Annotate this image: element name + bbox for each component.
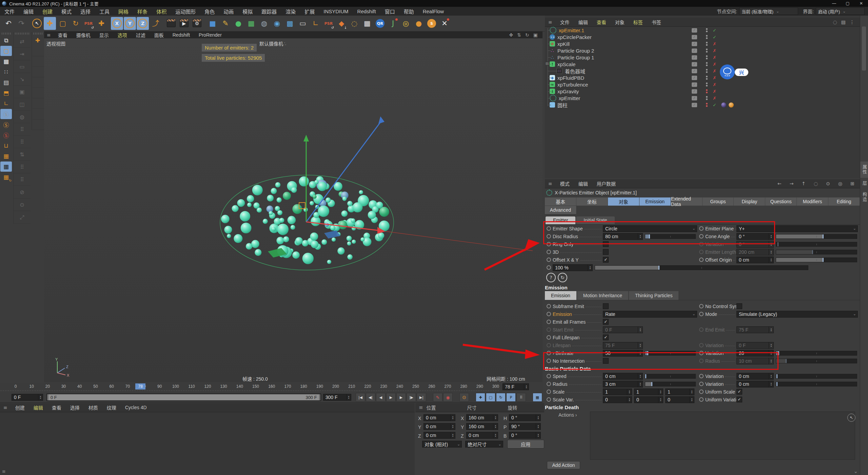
last-tool-icon[interactable]: ✚ bbox=[95, 17, 107, 30]
value-field[interactable]: 0▴▾ bbox=[665, 396, 694, 403]
am-menu-item-用户数据[interactable]: 用户数据 bbox=[592, 180, 620, 187]
animation-knob[interactable] bbox=[699, 250, 704, 254]
value-field[interactable]: 0 cm▴▾ bbox=[423, 432, 455, 439]
object-name[interactable]: Particle Group 1 bbox=[557, 55, 594, 60]
sphere-dim-icon[interactable]: ◍ bbox=[14, 111, 31, 123]
enabled-toggle[interactable]: ✓ bbox=[713, 35, 716, 40]
om-menu-item-文件[interactable]: 文件 bbox=[556, 19, 574, 25]
search-icon[interactable]: ◌ bbox=[833, 19, 837, 25]
lock-icon[interactable]: ⊙ bbox=[826, 181, 830, 186]
value-field[interactable]: 1▴▾ bbox=[603, 388, 632, 395]
maximize-button[interactable]: ▢ bbox=[841, 0, 854, 7]
range-start-field[interactable]: 0 F▴▾ bbox=[12, 394, 43, 401]
make-editable-icon[interactable]: ⧉ bbox=[0, 35, 12, 45]
dots-c-icon[interactable]: ⠿ bbox=[14, 161, 31, 173]
visibility-dots[interactable] bbox=[706, 55, 708, 59]
floor-icon[interactable]: ▭ bbox=[297, 17, 309, 30]
value-field[interactable]: 0 °▴▾ bbox=[509, 432, 541, 439]
enable-axis-icon[interactable]: ∟ bbox=[0, 98, 12, 109]
phong-tag-icon[interactable] bbox=[729, 102, 734, 108]
tab-Emission[interactable]: Emission bbox=[639, 197, 671, 206]
up-icon[interactable]: ↑ bbox=[802, 181, 806, 186]
mat-menu-item-选择[interactable]: 选择 bbox=[66, 404, 84, 411]
mat-menu-item-创建[interactable]: 创建 bbox=[11, 404, 29, 411]
coord-mode-select[interactable]: 对象 (相对)⌄ bbox=[422, 441, 462, 448]
timeline-ruler[interactable]: 0102030405060708090100110120130140150160… bbox=[0, 383, 542, 393]
model-mode-icon[interactable]: ▢ bbox=[0, 46, 12, 56]
viewport-menu-item-Redshift[interactable]: Redshift bbox=[168, 32, 194, 38]
emit-all-frames-checkbox[interactable]: ✓ bbox=[603, 319, 609, 325]
animation-knob[interactable] bbox=[699, 343, 704, 347]
om-menu-item-标签[interactable]: 标签 bbox=[629, 19, 647, 25]
menu-item-渲染[interactable]: 渲染 bbox=[281, 8, 300, 15]
animation-knob[interactable] bbox=[547, 265, 551, 270]
object-row[interactable]: ↓xpGravity∕✗ bbox=[545, 88, 868, 95]
enabled-toggle[interactable]: ✗ bbox=[713, 82, 716, 87]
value-field[interactable]: 0 cm▴▾ bbox=[466, 432, 498, 439]
key-pla-toggle[interactable]: ⠿ bbox=[516, 393, 526, 402]
enabled-toggle[interactable]: ✗ bbox=[713, 62, 716, 67]
menu-item-模拟[interactable]: 模拟 bbox=[238, 8, 257, 15]
value-field[interactable]: 0 °▴▾ bbox=[509, 414, 541, 421]
subtab-Emitter[interactable]: Emitter bbox=[546, 216, 575, 224]
object-name[interactable]: xpTurbulence bbox=[557, 82, 588, 88]
add-primitive-icon[interactable]: ■ bbox=[206, 17, 219, 30]
viewport-menu-item-摄像机[interactable]: 摄像机 bbox=[72, 32, 95, 38]
value-field[interactable]: 0 F▴▾ bbox=[603, 326, 643, 333]
enabled-toggle[interactable]: ✗ bbox=[713, 48, 716, 53]
animation-knob[interactable] bbox=[699, 304, 704, 308]
search-icon[interactable]: ◌ bbox=[814, 181, 818, 186]
value-field[interactable]: 50▴▾ bbox=[603, 350, 643, 357]
node-space-select[interactable]: 当前 (标准/物理)⌄ bbox=[739, 7, 798, 15]
slider[interactable] bbox=[645, 382, 696, 386]
autokey-button[interactable]: ◉ bbox=[443, 393, 453, 402]
object-row[interactable]: ≈xpTurbulence∕✗ bbox=[545, 81, 868, 88]
am-scroll-down-icon[interactable]: ⌄ bbox=[853, 468, 858, 474]
menu-item-创建[interactable]: 创建 bbox=[38, 8, 57, 15]
animation-knob[interactable] bbox=[547, 343, 551, 347]
visibility-dots[interactable] bbox=[706, 62, 708, 66]
volume-mesher-icon[interactable]: ▩ bbox=[284, 17, 296, 30]
visibility-dots[interactable] bbox=[706, 35, 708, 39]
viewport-menu-item-显示[interactable]: 显示 bbox=[95, 32, 113, 38]
value-field[interactable]: 1▴▾ bbox=[665, 388, 694, 395]
layer-color-chip[interactable]: ∕ bbox=[692, 76, 697, 80]
qr-badge-icon[interactable]: QR bbox=[374, 17, 386, 30]
tab-Editing[interactable]: Editing bbox=[828, 197, 860, 206]
menu-item-扩展[interactable]: 扩展 bbox=[300, 8, 319, 15]
om-menu-item-对象[interactable]: 对象 bbox=[611, 19, 629, 25]
coord-transfer-icon[interactable]: ⇄ bbox=[14, 35, 31, 48]
coordinate-system-icon[interactable]: ⤴ bbox=[150, 17, 162, 30]
redo-icon[interactable]: ↷ bbox=[15, 17, 27, 30]
value-field[interactable]: 160 cm▴▾ bbox=[466, 423, 498, 430]
object-row[interactable]: ⊘xpKill∕✗ bbox=[545, 40, 868, 47]
menu-item-Redshift[interactable]: Redshift bbox=[353, 8, 380, 14]
viewport-menu-item-面板[interactable]: 面板 bbox=[150, 32, 168, 38]
value-field[interactable]: 3 cm▴▾ bbox=[603, 381, 643, 387]
viewport-solo-single-icon[interactable]: Ⓢ bbox=[0, 119, 12, 130]
value-field[interactable]: 0 F▴▾ bbox=[736, 342, 774, 349]
render-view-icon[interactable] bbox=[165, 17, 177, 30]
value-field[interactable]: 80 cm▴▾ bbox=[603, 233, 643, 240]
enabled-toggle[interactable]: ✗ bbox=[713, 55, 716, 60]
expander-icon[interactable]: ⊟ bbox=[546, 61, 549, 66]
s-badge-icon[interactable]: S bbox=[426, 17, 438, 30]
animation-knob[interactable] bbox=[547, 226, 551, 231]
animation-knob[interactable] bbox=[699, 226, 704, 231]
visibility-dots[interactable] bbox=[706, 89, 708, 93]
object-name[interactable]: 着色器域 bbox=[565, 68, 585, 75]
offset-x-y-checkbox[interactable]: ✓ bbox=[603, 257, 609, 263]
enabled-toggle[interactable]: ✓ bbox=[713, 102, 716, 108]
mirror-icon[interactable]: ◫ bbox=[14, 98, 31, 111]
animation-knob[interactable] bbox=[547, 234, 551, 239]
slider[interactable] bbox=[645, 234, 696, 239]
mat-menu-item-查看[interactable]: 查看 bbox=[47, 404, 66, 411]
point-mode-icon[interactable]: ∷ bbox=[0, 67, 12, 77]
material-tag-icon[interactable] bbox=[721, 102, 726, 108]
object-row[interactable]: ∷着色器域∕✗ bbox=[545, 68, 868, 74]
viewport-menu-icon[interactable]: ≡ bbox=[47, 32, 51, 38]
timeline-playhead[interactable]: 78 bbox=[135, 383, 145, 390]
om-menu-icon[interactable]: ≡ bbox=[548, 19, 552, 25]
slider[interactable] bbox=[776, 374, 857, 379]
animation-knob[interactable] bbox=[547, 327, 551, 332]
